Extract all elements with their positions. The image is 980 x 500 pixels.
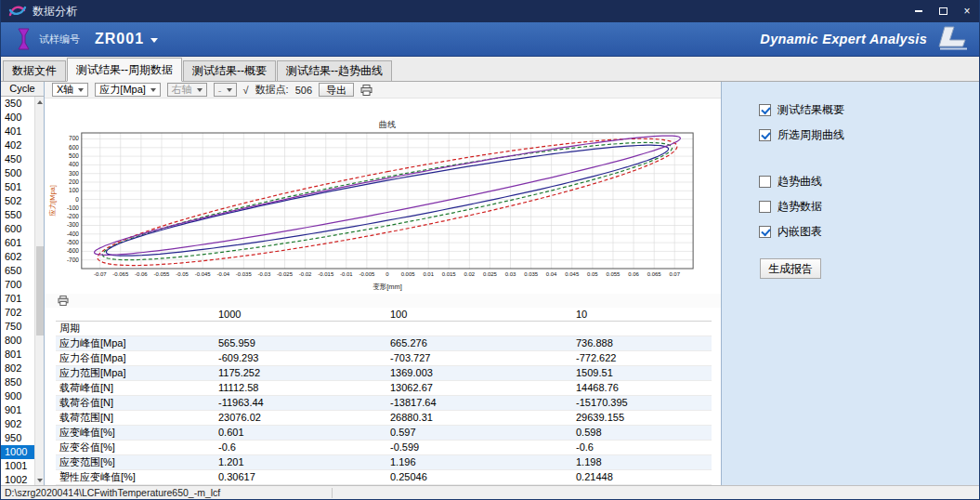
cycle-list-item[interactable]: 400 xyxy=(1,111,34,125)
scroll-up-button[interactable] xyxy=(35,97,45,107)
window-title: 数据分析 xyxy=(33,4,77,20)
cycle-list-item[interactable]: 550 xyxy=(1,208,34,222)
dash-combo-value: - xyxy=(218,85,222,96)
cycle-list-item[interactable]: 1002 xyxy=(1,473,34,485)
table-print-icon[interactable] xyxy=(58,296,69,306)
checkbox-icon[interactable] xyxy=(759,104,771,116)
x-tick-label: -0.025 xyxy=(277,271,294,277)
brand-logo-icon xyxy=(933,25,972,54)
window-controls: × xyxy=(907,0,979,22)
maximize-button[interactable] xyxy=(931,0,955,22)
table-row[interactable]: 应变范围[%]1.2011.1961.198 xyxy=(56,454,712,469)
cycle-panel: Cycle 3504004014024505005015025506006016… xyxy=(1,82,45,485)
minimize-icon xyxy=(915,10,922,12)
cycle-list-item[interactable]: 800 xyxy=(1,334,34,348)
checkbox-icon[interactable] xyxy=(759,176,771,188)
option-summary[interactable]: 测试结果概要 xyxy=(759,102,979,117)
sample-number-dropdown[interactable]: ZR001 xyxy=(95,31,158,47)
chart-title: 曲线 xyxy=(379,120,396,129)
export-button[interactable]: 导出 xyxy=(319,83,354,97)
scrollbar-track[interactable] xyxy=(35,107,45,475)
checkbox-icon[interactable] xyxy=(759,201,771,213)
value-cell: -15170.395 xyxy=(572,395,712,410)
cycle-list-item[interactable]: 602 xyxy=(1,250,34,264)
x-tick-label: 0.055 xyxy=(607,271,621,277)
value-cell: -0.599 xyxy=(386,440,572,454)
scrollbar-thumb[interactable] xyxy=(36,246,44,335)
x-tick-label: 0.035 xyxy=(524,271,539,277)
tab-data-file[interactable]: 数据文件 xyxy=(3,60,66,81)
cycle-scrollbar[interactable] xyxy=(34,97,44,485)
cycle-list-item[interactable]: 601 xyxy=(1,236,34,250)
table-row[interactable]: 应变谷值[%]-0.6-0.599-0.6 xyxy=(56,440,712,454)
checkbox-icon[interactable] xyxy=(759,129,771,141)
option-trend-curve[interactable]: 趋势曲线 xyxy=(759,174,979,189)
status-divider xyxy=(332,488,333,498)
cycle-panel-body: 3504004014024505005015025506006016026507… xyxy=(1,97,44,485)
x-axis-combo[interactable]: X轴 xyxy=(52,83,88,97)
tab-cycle-data[interactable]: 测试结果--周期数据 xyxy=(67,58,182,82)
table-row[interactable]: 载荷谷值[N]-11963.44-13817.64-15170.395 xyxy=(56,395,712,410)
results-table-wrap: 100010010 周期应力峰值[Mpa]565.959665.276736.8… xyxy=(45,308,721,485)
cycle-list-item[interactable]: 750 xyxy=(1,320,34,334)
table-row[interactable]: 载荷范围[N]23076.0226880.3129639.155 xyxy=(56,410,712,425)
option-trend-data[interactable]: 趋势数据 xyxy=(759,199,979,214)
cycle-list-item[interactable]: 701 xyxy=(1,292,34,306)
cycle-list-item[interactable]: 801 xyxy=(1,348,34,362)
print-icon[interactable] xyxy=(360,85,372,96)
cycle-list-item[interactable]: 500 xyxy=(1,166,34,180)
generate-report-button[interactable]: 生成报告 xyxy=(760,258,821,279)
value-cell: 565.959 xyxy=(215,336,386,350)
cycle-list-item[interactable]: 950 xyxy=(1,431,34,445)
x-tick-label: -0.035 xyxy=(236,271,253,277)
cycle-list-item[interactable]: 401 xyxy=(1,125,34,138)
cycle-list-item[interactable]: 802 xyxy=(1,362,34,375)
cycle-list-item[interactable]: 600 xyxy=(1,222,34,236)
minimize-button[interactable] xyxy=(907,0,931,22)
cycle-list-item[interactable]: 350 xyxy=(1,97,34,111)
option-selected-cycle-curves[interactable]: 所选周期曲线 xyxy=(759,127,979,142)
cycle-list-item[interactable]: 900 xyxy=(1,389,34,403)
y-quantity-combo[interactable]: 应力[Mpa] xyxy=(95,83,161,97)
table-row[interactable]: 应力谷值[Mpa]-609.293-703.727-772.622 xyxy=(56,350,712,365)
tab-trend-curve[interactable]: 测试结果--趋势曲线 xyxy=(277,60,392,81)
checkbox-icon[interactable] xyxy=(759,226,771,238)
x-tick-label: -0.065 xyxy=(112,271,129,277)
scroll-down-button[interactable] xyxy=(35,475,45,485)
cycle-list-item[interactable]: 1000 xyxy=(1,445,34,459)
cycle-list-item[interactable]: 502 xyxy=(1,194,34,208)
combo-arrow-icon xyxy=(227,88,232,92)
cycle-list-item[interactable]: 901 xyxy=(1,403,34,417)
check-mark[interactable]: √ xyxy=(243,85,249,96)
cycle-list-item[interactable]: 850 xyxy=(1,375,34,389)
cycle-list-item[interactable]: 650 xyxy=(1,264,34,278)
y-tick-label: -400 xyxy=(67,230,79,237)
table-row[interactable]: 应变峰值[%]0.6010.5970.598 xyxy=(56,425,712,440)
dash-combo[interactable]: - xyxy=(214,83,237,97)
right-axis-combo[interactable]: 右轴 xyxy=(167,83,207,97)
cycle-list-item[interactable]: 501 xyxy=(1,180,34,194)
value-cell: 1369.003 xyxy=(386,365,572,380)
cycle-list-item[interactable]: 702 xyxy=(1,306,34,320)
table-row[interactable]: 应力峰值[Mpa]565.959665.276736.888 xyxy=(56,336,712,350)
y-tick-label: 100 xyxy=(69,187,79,193)
combo-arrow-icon xyxy=(78,88,84,92)
value-cell: -13817.64 xyxy=(386,395,572,410)
close-button[interactable]: × xyxy=(955,0,979,22)
table-row[interactable]: 周期 xyxy=(56,321,712,336)
x-tick-label: 0.025 xyxy=(483,271,498,277)
table-row[interactable]: 塑性应变峰值[%]0.306170.250460.21448 xyxy=(56,469,712,484)
cycle-list-item[interactable]: 450 xyxy=(1,152,34,166)
cycle-data-content: X轴 应力[Mpa] 右轴 - √ 数据点: 506 导出 xyxy=(45,82,722,485)
y-axis-label: 应力[Mpa] xyxy=(48,185,57,217)
cycle-list-item[interactable]: 700 xyxy=(1,278,34,292)
cycle-list-item[interactable]: 402 xyxy=(1,138,34,152)
table-row[interactable]: 应力范围[Mpa]1175.2521369.0031509.51 xyxy=(56,365,712,380)
option-embedded-chart[interactable]: 内嵌图表 xyxy=(759,224,979,239)
cycle-list-item[interactable]: 902 xyxy=(1,417,34,431)
app-logo-icon xyxy=(8,4,27,19)
cycle-list-item[interactable]: 1001 xyxy=(1,459,34,473)
tab-summary[interactable]: 测试结果--概要 xyxy=(183,60,276,81)
table-row[interactable]: 载荷峰值[N]11112.5813062.6714468.76 xyxy=(56,380,712,395)
x-tick-label: 0.015 xyxy=(442,271,457,277)
